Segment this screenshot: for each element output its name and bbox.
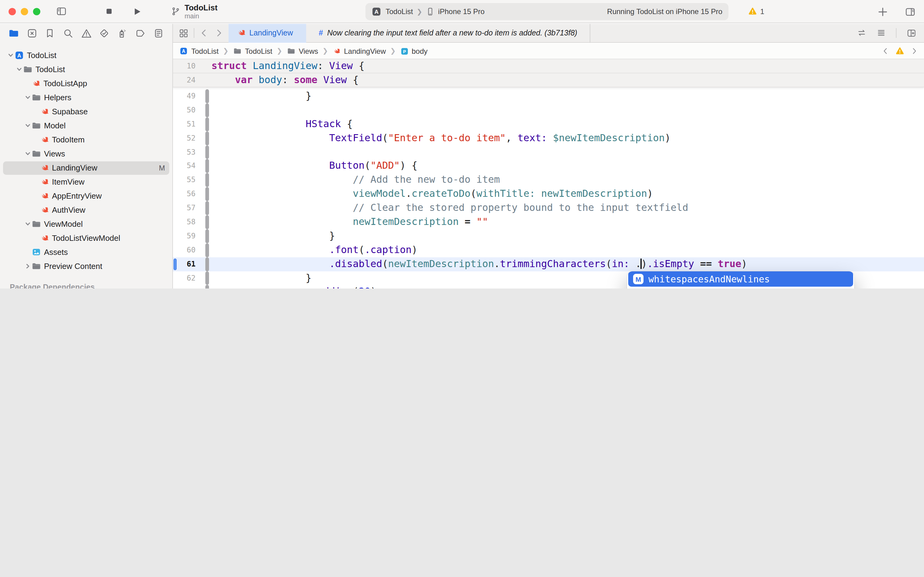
next-issue-icon[interactable] — [911, 47, 918, 55]
run-destination[interactable]: iPhone 15 Pro — [438, 7, 485, 16]
sidebar-item-preview-content[interactable]: Preview Content — [0, 259, 172, 273]
folder-icon — [23, 65, 32, 74]
code-line-54[interactable]: 54 Button("ADD") { — [173, 159, 924, 173]
code-line-24[interactable]: 24 var body: some View { — [173, 73, 924, 87]
sidebar-item-appentryview[interactable]: AppEntryView — [0, 189, 172, 203]
code-text: .font(.caption) — [211, 243, 417, 257]
tab-commit[interactable]: # Now clearing the input text field afte… — [306, 24, 590, 42]
code-text: TextField("Enter a to-do item", text: $n… — [211, 131, 671, 145]
source-control-navigator-icon[interactable] — [27, 28, 37, 39]
sidebar-item-views[interactable]: Views — [0, 147, 172, 161]
disclosure-open-icon[interactable] — [23, 94, 32, 101]
swift-icon — [40, 163, 49, 172]
commit-tab-label: Now clearing the input text field after … — [327, 29, 578, 37]
sidebar-item-authview[interactable]: AuthView — [0, 203, 172, 217]
disclosure-open-icon[interactable] — [6, 52, 14, 59]
debug-navigator-icon[interactable] — [118, 28, 128, 39]
minimize-window-button[interactable] — [21, 8, 28, 15]
warning-count[interactable]: 1 — [748, 7, 764, 16]
code-line-55[interactable]: 55 // Add the new to-do item — [173, 173, 924, 187]
breadcrumb-item[interactable]: TodoList — [233, 47, 272, 56]
tab-bar: LandingView # Now clearing the input tex… — [173, 24, 924, 43]
code-line-49[interactable]: 49 } — [173, 89, 924, 103]
sidebar-item-helpers[interactable]: Helpers — [0, 90, 172, 105]
swift-icon — [333, 47, 340, 55]
line-number: 63 — [173, 285, 196, 288]
reports-navigator-icon[interactable] — [153, 28, 164, 39]
line-number: 57 — [173, 201, 196, 215]
swift-icon — [40, 135, 49, 144]
breadcrumb-item[interactable]: ATodoList — [179, 47, 219, 56]
sidebar-item-todolist[interactable]: ATodoList — [0, 48, 172, 62]
project-navigator-icon[interactable] — [8, 28, 19, 39]
completion-list[interactable]: MwhitespacesAndNewlinesMwhitespacesMalph… — [627, 271, 854, 288]
jump-bar: ATodoList❯TodoList❯Views❯LandingView❯Pbo… — [173, 44, 924, 59]
sidebar-item-label: Supabase — [52, 107, 88, 116]
sidebar-item-todoitem[interactable]: TodoItem — [0, 133, 172, 147]
change-bar — [205, 173, 209, 187]
sidebar-item-model[interactable]: Model — [0, 119, 172, 133]
stop-button[interactable] — [105, 7, 114, 16]
issue-icon[interactable] — [895, 47, 905, 56]
tests-navigator-icon[interactable] — [99, 28, 109, 39]
source-editor[interactable]: 10struct LandingView: View {24 var body:… — [173, 59, 924, 288]
breadcrumb-item[interactable]: LandingView — [332, 47, 386, 55]
sidebar-item-itemview[interactable]: ItemView — [0, 175, 172, 189]
code-line-52[interactable]: 52 TextField("Enter a to-do item", text:… — [173, 131, 924, 145]
sidebar-item-todolistviewmodel[interactable]: TodoListViewModel — [0, 231, 172, 245]
code-lines[interactable]: 49 }5051 HStack {52 TextField("Enter a t… — [173, 87, 924, 288]
disclosure-open-icon[interactable] — [23, 221, 32, 227]
sidebar-item-viewmodel[interactable]: ViewModel — [0, 217, 172, 231]
sidebar-item-landingview[interactable]: LandingViewM — [0, 161, 172, 175]
code-line-50[interactable]: 50 — [173, 103, 924, 118]
code-review-icon[interactable] — [857, 29, 866, 37]
completion-item-whitespaces[interactable]: Mwhitespaces — [627, 287, 854, 288]
completion-item-whitespacesAndNewlines[interactable]: MwhitespacesAndNewlines — [628, 271, 853, 287]
disclosure-open-icon[interactable] — [23, 150, 32, 157]
activity-viewer[interactable]: A TodoList ❯ iPhone 15 Pro Running TodoL… — [365, 3, 728, 20]
back-button[interactable] — [200, 28, 208, 38]
disclosure-open-icon[interactable] — [14, 66, 23, 73]
bookmarks-navigator-icon[interactable] — [45, 28, 55, 39]
breadcrumb-separator: ❯ — [322, 47, 328, 55]
change-bar — [205, 89, 209, 103]
close-window-button[interactable] — [8, 8, 16, 15]
line-number: 55 — [173, 173, 196, 187]
disclosure-open-icon[interactable] — [23, 122, 32, 129]
forward-button[interactable] — [214, 28, 223, 38]
code-line-56[interactable]: 56 viewModel.createToDo(withTitle: newIt… — [173, 187, 924, 201]
breakpoints-navigator-icon[interactable] — [135, 28, 146, 39]
code-line-60[interactable]: 60 .font(.caption) — [173, 243, 924, 257]
editor-options-icon[interactable] — [876, 29, 886, 37]
code-line-57[interactable]: 57 // Clear the stored property bound to… — [173, 201, 924, 215]
line-number: 50 — [173, 103, 196, 118]
sidebar-item-todolistapp[interactable]: TodoListApp — [0, 76, 172, 90]
find-navigator-icon[interactable] — [63, 28, 73, 39]
breadcrumb-item[interactable]: Pbody — [400, 47, 427, 55]
code-text: HStack { — [211, 118, 353, 131]
code-line-61[interactable]: 61 .disabled(newItemDescription.trimming… — [173, 257, 924, 271]
toggle-navigator-icon[interactable] — [56, 6, 67, 16]
add-editor-icon[interactable] — [906, 28, 917, 38]
toggle-inspector-icon[interactable] — [905, 6, 916, 17]
code-line-58[interactable]: 58 newItemDescription = "" — [173, 215, 924, 229]
previous-issue-icon[interactable] — [882, 47, 889, 55]
code-line-10[interactable]: 10struct LandingView: View { — [173, 59, 924, 73]
issues-navigator-icon[interactable] — [81, 28, 91, 39]
disclosure-closed-icon[interactable] — [23, 263, 32, 269]
related-items-icon[interactable] — [179, 28, 188, 38]
code-line-59[interactable]: 59 } — [173, 229, 924, 243]
change-bar — [205, 271, 209, 285]
sidebar-item-supabase[interactable]: Supabase — [0, 105, 172, 119]
run-button[interactable] — [132, 6, 142, 16]
scheme-name[interactable]: TodoList — [386, 7, 413, 16]
code-line-51[interactable]: 51 HStack { — [173, 118, 924, 131]
tab-landingview[interactable]: LandingView — [229, 24, 306, 42]
code-line-53[interactable]: 53 — [173, 145, 924, 159]
breadcrumb-item[interactable]: Views — [287, 47, 319, 56]
commit-icon: # — [319, 29, 323, 37]
zoom-window-button[interactable] — [33, 8, 40, 15]
new-tab-button[interactable] — [877, 6, 888, 17]
sidebar-item-todolist[interactable]: TodoList — [0, 62, 172, 76]
sidebar-item-assets[interactable]: Assets — [0, 245, 172, 259]
